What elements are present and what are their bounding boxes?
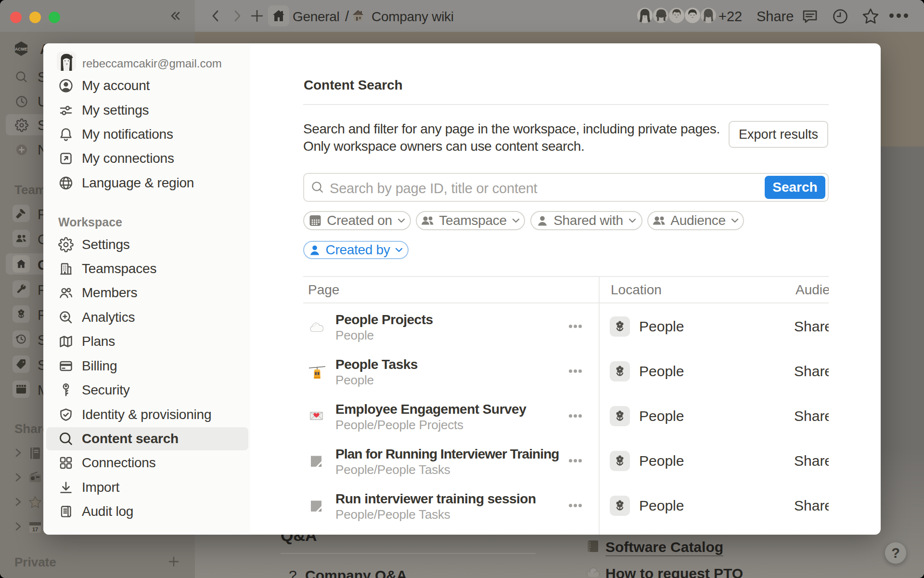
svg-text:17: 17 xyxy=(32,526,38,532)
svg-text:ACME: ACME xyxy=(15,47,28,52)
